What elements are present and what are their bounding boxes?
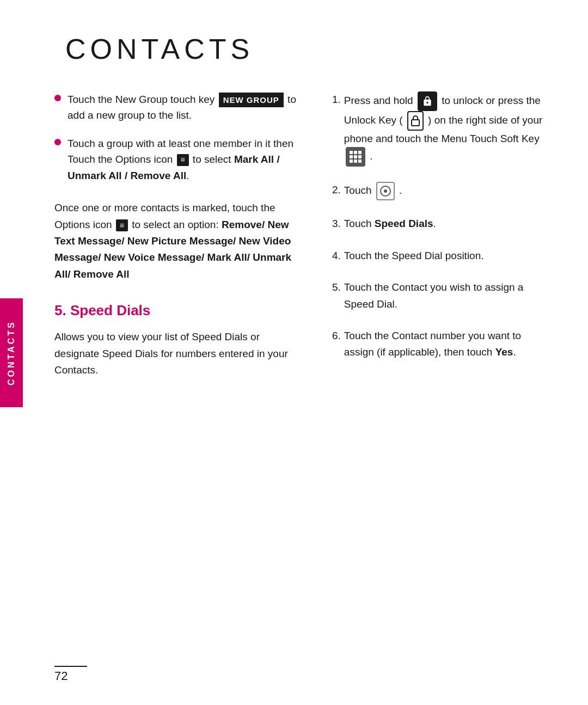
menu-soft-key-icon	[346, 147, 365, 167]
options-icon-2	[116, 219, 128, 231]
speed-dials-label: Speed Dials	[375, 218, 433, 229]
bullet-section: Touch the New Group touch key NEW GROUP …	[54, 91, 299, 183]
options-list: Remove/ New Text Message/ New Picture Me…	[54, 219, 291, 280]
sidebar-tab: CONTACTS	[0, 298, 23, 407]
list-item-6: 6. Touch the Contact number you want to …	[332, 328, 544, 361]
plain-text-intro: Once one or more contacts is marked, tou…	[54, 200, 299, 283]
bullet-dot-1	[54, 95, 61, 101]
touch-icon-2	[376, 182, 395, 200]
item-4-num: 4.	[332, 248, 341, 264]
section-heading-speed-dials: 5. Speed Dials	[54, 302, 299, 319]
list-item-1: 1. Press and hold to unlock or press the…	[332, 91, 544, 167]
options-icon-1	[177, 154, 189, 166]
section-description: Allows you to view your list of Speed Di…	[54, 329, 299, 378]
item-1-text: Press and hold to unlock or press the Un…	[344, 91, 544, 167]
list-item-3: 3. Touch Speed Dials.	[332, 216, 544, 232]
item-4-text: Touch the Speed Dial position.	[344, 248, 544, 264]
item-6-num: 6.	[332, 328, 341, 344]
unlock-key-icon	[407, 111, 424, 131]
list-item-5: 5. Touch the Contact you wish to assign …	[332, 279, 544, 312]
mark-all-text: Mark All / Unmark All / Remove All	[68, 154, 280, 181]
bullet-dot-2	[54, 139, 61, 145]
bullet-item-1: Touch the New Group touch key NEW GROUP …	[54, 91, 299, 124]
item-2-num: 2.	[332, 182, 341, 198]
item-5-num: 5.	[332, 279, 341, 296]
lock-icon	[418, 91, 437, 111]
page-title: CONTACTS	[65, 33, 544, 65]
item-3-text: Touch Speed Dials.	[344, 216, 544, 232]
bullet-item-2: Touch a group with at least one member i…	[54, 136, 299, 183]
item-6-text: Touch the Contact number you want to ass…	[344, 328, 544, 361]
right-column: 1. Press and hold to unlock or press the…	[332, 91, 544, 378]
yes-label: Yes	[495, 346, 513, 358]
page-number: 72	[54, 669, 68, 683]
content-area: Touch the New Group touch key NEW GROUP …	[54, 91, 544, 378]
list-item-4: 4. Touch the Speed Dial position.	[332, 248, 544, 264]
new-group-badge: NEW GROUP	[219, 93, 284, 107]
plain-section: Once one or more contacts is marked, tou…	[54, 200, 299, 283]
page-container: CONTACTS CONTACTS Touch the New Group to…	[0, 0, 588, 705]
numbered-list: 1. Press and hold to unlock or press the…	[332, 91, 544, 361]
item-1-num: 1.	[332, 91, 341, 108]
bullet-text-2: Touch a group with at least one member i…	[68, 136, 299, 183]
item-2-text: Touch .	[344, 182, 544, 200]
svg-rect-0	[412, 120, 419, 126]
svg-point-2	[384, 189, 387, 193]
left-column: Touch the New Group touch key NEW GROUP …	[54, 91, 299, 378]
bullet-text-1: Touch the New Group touch key NEW GROUP …	[68, 91, 299, 124]
item-3-num: 3.	[332, 216, 341, 232]
page-divider	[54, 666, 87, 667]
list-item-2: 2. Touch .	[332, 182, 544, 200]
sidebar-label: CONTACTS	[7, 320, 16, 385]
item-5-text: Touch the Contact you wish to assign a S…	[344, 279, 544, 312]
menu-icon-inner	[350, 151, 362, 163]
